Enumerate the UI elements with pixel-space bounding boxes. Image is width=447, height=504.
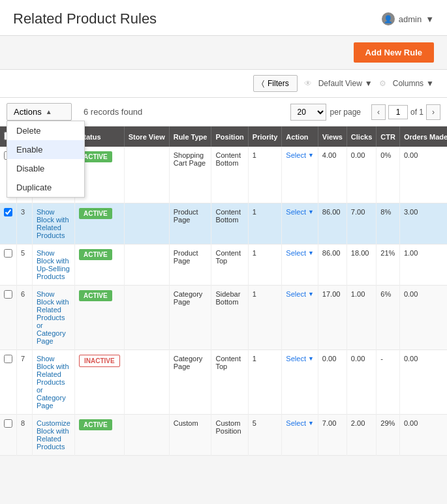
row-checkbox[interactable] [4,208,12,216]
row-store-view [124,245,169,286]
col-header-position: Position [211,126,248,147]
toolbar: Add New Rule [0,36,447,70]
per-page-label: per page [330,108,361,117]
row-name[interactable]: Show Block with Related Products or Cate… [33,350,75,415]
action-delete[interactable]: Delete [7,121,84,140]
action-duplicate[interactable]: Duplicate [7,178,84,197]
action-enable[interactable]: Enable [7,140,84,159]
row-id: 8 [17,415,33,456]
status-badge: ACTIVE [79,290,112,301]
row-checkbox[interactable] [4,419,12,428]
row-orders-made: 0.00 [399,350,447,415]
col-header-views: Views [318,126,347,147]
per-page-area: 20 50 100 per page ‹ of 1 › [290,104,440,121]
row-action[interactable]: Select ▼ [282,203,318,245]
columns-label: Columns [393,79,424,88]
row-action[interactable]: Select ▼ [282,147,318,203]
row-position: Sidebar Bottom [211,286,248,350]
row-name[interactable]: Show Block with Related Products [33,203,75,245]
row-status: INACTIVE [74,350,124,415]
row-action[interactable]: Select ▼ [282,245,318,286]
row-priority: 5 [248,415,282,456]
row-checkbox[interactable] [4,290,12,299]
row-views: 0.00 [318,350,347,415]
row-id: 3 [17,203,33,245]
actions-label: Actions [14,107,42,117]
row-clicks: 2.00 [347,415,376,456]
col-header-store-view: Store View [124,126,169,147]
row-ctr: 21% [377,245,400,286]
select-arrow-icon: ▼ [308,209,314,215]
row-checkbox-cell [0,350,17,415]
action-select-button[interactable]: Select ▼ [286,355,314,363]
row-clicks: 0.00 [347,147,376,203]
row-store-view [124,415,169,456]
select-arrow-icon: ▼ [308,420,314,426]
columns-button[interactable]: Columns ▼ [393,79,434,88]
row-checkbox-cell [0,415,17,456]
row-rule-type: Custom [169,415,211,456]
row-orders-made: 3.00 [399,203,447,245]
row-action[interactable]: Select ▼ [282,350,318,415]
row-name[interactable]: Show Block with Related Products or Cate… [33,286,75,350]
view-dropdown-icon: ▼ [365,79,373,88]
row-ctr: 8% [377,203,400,245]
per-page-select[interactable]: 20 50 100 [290,104,326,121]
col-header-clicks: Clicks [347,126,376,147]
page-title: Related Product Rules [13,10,157,27]
row-store-view [124,203,169,245]
actions-dropdown[interactable]: Actions ▲ Delete Enable Disable Duplicat… [7,103,72,121]
action-disable[interactable]: Disable [7,159,84,178]
action-select-button[interactable]: Select ▼ [286,290,314,298]
col-header-rule-type: Rule Type [169,126,211,147]
action-select-button[interactable]: Select ▼ [286,419,314,427]
action-select-button[interactable]: Select ▼ [286,208,314,216]
table-row: 5 Show Block with Up-Selling Products AC… [0,245,447,286]
row-orders-made: 0.00 [399,286,447,350]
row-orders-made: 0.00 [399,415,447,456]
row-checkbox[interactable] [4,355,12,363]
select-arrow-icon: ▼ [308,152,314,158]
actions-button[interactable]: Actions ▲ [7,103,72,121]
next-page-button[interactable]: › [426,104,440,120]
row-ctr: - [377,350,400,415]
default-view-select[interactable]: Default View ▼ [318,79,373,88]
row-clicks: 18.00 [347,245,376,286]
row-views: 17.00 [318,286,347,350]
row-status: ACTIVE [74,245,124,286]
admin-label: admin [399,14,422,24]
row-checkbox[interactable] [4,249,12,258]
row-status: ACTIVE [74,286,124,350]
row-position: Content Bottom [211,203,248,245]
row-rule-type: Category Page [169,350,211,415]
page-input[interactable] [388,105,408,119]
status-badge: INACTIVE [79,355,120,367]
row-priority: 1 [248,286,282,350]
row-action[interactable]: Select ▼ [282,415,318,456]
row-store-view [124,350,169,415]
row-position: Custom Position [211,415,248,456]
view-label: Default View [318,79,362,88]
add-new-rule-button[interactable]: Add New Rule [354,42,434,63]
row-rule-type: Product Page [169,203,211,245]
row-checkbox-cell [0,203,17,245]
row-name[interactable]: Show Block with Up-Selling Products [33,245,75,286]
action-select-button[interactable]: Select ▼ [286,151,314,159]
action-select-button[interactable]: Select ▼ [286,249,314,257]
columns-dropdown-icon: ▼ [426,79,434,88]
row-orders-made: 0.00 [399,147,447,203]
row-ctr: 0% [377,147,400,203]
filters-button[interactable]: 〈 Filters [253,75,298,92]
row-priority: 1 [248,350,282,415]
status-badge: ACTIVE [79,208,112,219]
row-rule-type: Shopping Cart Page [169,147,211,203]
row-rule-type: Category Page [169,286,211,350]
row-name[interactable]: Customize Block with Related Products [33,415,75,456]
admin-area[interactable]: 👤 admin ▼ [382,12,434,25]
select-arrow-icon: ▼ [308,291,314,297]
col-header-priority: Priority [248,126,282,147]
prev-page-button[interactable]: ‹ [371,104,386,120]
row-action[interactable]: Select ▼ [282,286,318,350]
row-store-view [124,147,169,203]
row-id: 7 [17,350,33,415]
